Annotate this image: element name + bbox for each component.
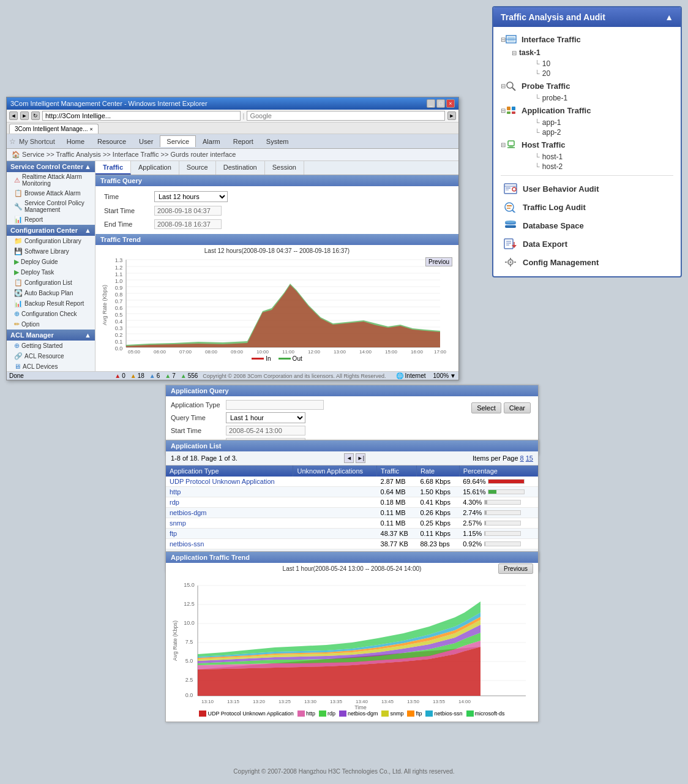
app-link[interactable]: snmp (170, 519, 186, 527)
nav-resource[interactable]: Resource (91, 136, 132, 147)
sidebar-item-deploy-guide[interactable]: ▶ Deploy Guide (7, 257, 95, 267)
app-list-title: Application List (171, 442, 222, 450)
tab-session[interactable]: Session (265, 161, 304, 175)
minimize-button[interactable]: _ (427, 99, 435, 108)
nav-user[interactable]: User (133, 136, 159, 147)
tree-child-10-label: 10 (542, 59, 550, 68)
tree-item-host-traffic[interactable]: ⊟ Host Traffic (501, 137, 673, 152)
sidebar-item-acl-resource[interactable]: 🔗 ACL Resource (7, 351, 95, 361)
sidebar-item-realtime[interactable]: ⚠ Realtime Attack Alarm Monitoring (7, 172, 95, 188)
sidebar-item-config-library[interactable]: 📁 Configuration Library (7, 236, 95, 246)
sidebar-item-deploy-task[interactable]: ▶ Deploy Task (7, 267, 95, 277)
tab-destination[interactable]: Destination (216, 161, 265, 175)
tree-item-probe-traffic[interactable]: ⊟ Probe Traffic (501, 78, 673, 93)
sidebar-section-service-toggle[interactable]: ▲ (84, 163, 91, 170)
query-time-select[interactable]: Last 1 hour (226, 412, 305, 423)
select-button[interactable]: Select (471, 402, 501, 413)
maximize-button[interactable]: □ (436, 99, 445, 108)
tree-child-app2[interactable]: └ app-2 (535, 127, 673, 137)
search-input[interactable] (247, 111, 445, 121)
start-time-input-aq[interactable] (226, 426, 305, 435)
app-link[interactable]: UDP Protocol Unknown Application (170, 478, 275, 485)
search-go-button[interactable]: ► (447, 111, 456, 120)
tree-child-probe1[interactable]: └ probe-1 (535, 93, 673, 103)
tree-child-host2[interactable]: └ host-2 (535, 162, 673, 172)
table-row: snmp 0.11 MB 0.25 Kbps 2.57% (166, 518, 538, 529)
sidebar-item-acl-devices[interactable]: 🖥 ACL Devices (7, 361, 95, 371)
menu-item-user-behavior[interactable]: User Behavior Audit (501, 179, 673, 198)
sidebar-item-getting-started[interactable]: ⊕ Getting Started (7, 341, 95, 351)
clear-button[interactable]: Clear (504, 402, 531, 413)
menu-item-data-export[interactable]: Data Export (501, 235, 673, 253)
legend-udp: UDP Protocol Unknown Application (199, 710, 293, 717)
sidebar-item-auto-backup[interactable]: 💽 Auto Backup Plan (7, 288, 95, 298)
cell-pct: 15.61% (459, 487, 537, 497)
svg-text:1.3: 1.3 (115, 257, 123, 263)
sidebar-item-config-check[interactable]: ⊕ Configuration Check (7, 309, 95, 319)
pct-bar-bg (484, 541, 521, 546)
backup-result-label: Backup Result Report (24, 300, 84, 307)
app-link[interactable]: rdp (170, 499, 179, 506)
table-row: ftp 48.37 KB 0.11 Kbps 1.15% (166, 529, 538, 539)
time-select[interactable]: Last 12 hours (154, 191, 228, 202)
zoom-dropdown-icon[interactable]: ▼ (450, 372, 456, 379)
end-time-input[interactable] (154, 219, 222, 229)
back-button[interactable]: ◄ (9, 111, 18, 120)
host-traffic-icon (506, 139, 517, 150)
tree-item-interface-traffic[interactable]: ⊟ Interface Traffic (501, 32, 673, 47)
svg-point-32 (510, 262, 512, 263)
nav-home[interactable]: Home (61, 136, 91, 147)
sidebar-item-browse[interactable]: 📋 Browse Attack Alarm (7, 188, 95, 198)
tree-item-task1[interactable]: ⊟ task-1 (512, 47, 673, 59)
warning2-count: 6 (157, 372, 160, 379)
sidebar-item-policy[interactable]: 🔧 Service Control Policy Management (7, 198, 95, 214)
sidebar-item-software[interactable]: 💾 Software Library (7, 246, 95, 257)
tree-child-app1[interactable]: └ app-1 (535, 118, 673, 127)
tab-application[interactable]: Application (131, 161, 179, 175)
menu-item-config-mgmt[interactable]: Config Management (501, 253, 673, 271)
menu-item-traffic-log[interactable]: Traffic Log Audit (501, 198, 673, 216)
trend-prev-button[interactable]: Previous (498, 564, 533, 574)
app-query-buttons: Select Clear (469, 400, 533, 416)
forward-button[interactable]: ► (20, 111, 29, 120)
traffic-panel-collapse-icon[interactable]: ▲ (665, 12, 673, 22)
svg-text:06:00: 06:00 (154, 349, 166, 354)
app-type-input[interactable] (226, 400, 324, 410)
tree-child-20[interactable]: └ 20 (535, 69, 673, 78)
prev-button[interactable]: Previou (425, 257, 452, 266)
app-link[interactable]: netbios-ssn (170, 540, 204, 548)
sidebar-section-acl-toggle[interactable]: ▲ (84, 331, 91, 339)
legend-http-label: http (306, 710, 315, 717)
app-link[interactable]: netbios-dgm (170, 509, 207, 516)
address-input[interactable] (42, 111, 241, 121)
tree-child-10[interactable]: └ 10 (535, 59, 673, 69)
acl-resource-icon: 🔗 (14, 352, 23, 360)
app-link[interactable]: ftp (170, 530, 177, 537)
close-button[interactable]: × (446, 99, 455, 108)
nav-alarm[interactable]: Alarm (196, 136, 226, 147)
sidebar-item-backup-result[interactable]: 📊 Backup Result Report (7, 298, 95, 309)
getting-started-label: Getting Started (21, 342, 62, 349)
tree-child-host1[interactable]: └ host-1 (535, 152, 673, 162)
nav-service[interactable]: Service (160, 135, 196, 147)
table-row: http 0.64 MB 1.50 Kbps 15.61% (166, 487, 538, 497)
nav-system[interactable]: System (260, 136, 295, 147)
tab-source[interactable]: Source (179, 161, 216, 175)
start-time-input[interactable] (154, 206, 222, 216)
zoom-control[interactable]: 100% ▼ (433, 372, 456, 379)
app-link[interactable]: http (170, 488, 181, 496)
sidebar-item-report[interactable]: 📊 Report (7, 214, 95, 225)
browser-tab-main[interactable]: 3Com Intelligent Manage... × (9, 124, 99, 134)
tab-close-icon[interactable]: × (90, 126, 93, 132)
config-library-icon: 📁 (14, 237, 23, 245)
last-page-btn[interactable]: ►| (356, 453, 365, 463)
sidebar-item-config-list[interactable]: 📋 Configuration List (7, 277, 95, 288)
prev-page-btn[interactable]: ◄ (344, 453, 354, 463)
tab-traffic[interactable]: Traffic (95, 161, 131, 175)
tree-item-application-traffic[interactable]: ⊟ Application Traffic (501, 103, 673, 118)
sidebar-section-config-toggle[interactable]: ▲ (84, 227, 91, 234)
sidebar-item-option[interactable]: ✏ Option (7, 319, 95, 330)
menu-item-database-space[interactable]: Database Space (501, 216, 673, 235)
refresh-button[interactable]: ↻ (31, 111, 40, 120)
nav-report[interactable]: Report (227, 136, 260, 147)
